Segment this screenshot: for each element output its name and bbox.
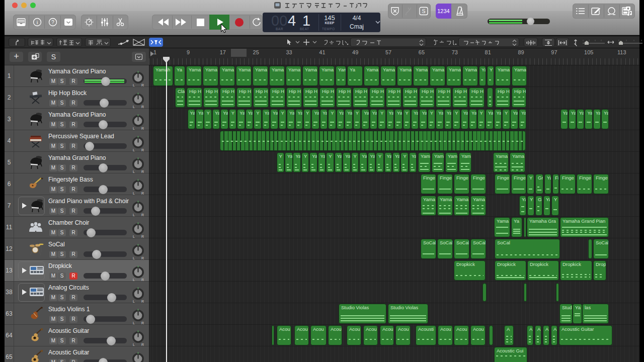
svg-text:R: R [141, 343, 144, 346]
svg-text:L: L [133, 105, 135, 109]
svg-text:R: R [141, 192, 144, 195]
svg-text:L: L [133, 83, 135, 87]
svg-text:L: L [133, 213, 135, 217]
svg-text:L: L [133, 170, 135, 173]
svg-text:L: L [133, 235, 135, 238]
svg-text:L: L [133, 321, 135, 325]
svg-text:R: R [141, 235, 144, 238]
svg-text:L: L [133, 192, 135, 195]
svg-text:?: ? [51, 20, 54, 25]
svg-text:L: L [133, 300, 135, 303]
svg-text:i: i [36, 19, 38, 25]
svg-text:S: S [422, 8, 425, 14]
svg-text:R: R [141, 105, 144, 109]
svg-text:R: R [141, 321, 144, 325]
svg-text:L: L [133, 148, 135, 152]
svg-text:L: L [133, 256, 135, 260]
svg-text:R: R [141, 213, 144, 217]
svg-text:L: L [133, 127, 135, 130]
svg-text:L: L [133, 343, 135, 346]
svg-text:R: R [141, 83, 144, 87]
svg-text:R: R [141, 148, 144, 152]
svg-text:R: R [141, 300, 144, 303]
svg-text:R: R [141, 278, 144, 282]
svg-text:R: R [141, 256, 144, 260]
svg-text:L: L [133, 278, 135, 282]
svg-text:R: R [141, 127, 144, 130]
svg-text:R: R [141, 170, 144, 173]
